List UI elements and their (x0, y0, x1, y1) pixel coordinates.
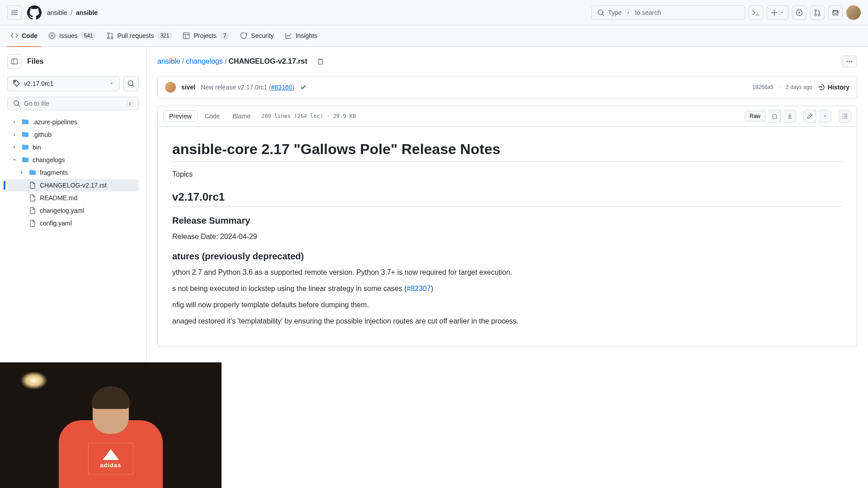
pulls-count-badge: 321 (157, 32, 172, 40)
tree-item-readme-md[interactable]: README.md (7, 192, 139, 204)
file-icon (29, 194, 36, 202)
svg-point-2 (815, 9, 816, 11)
file-content-preview: ansible-core 2.17 "Gallows Pole" Release… (157, 127, 857, 347)
projects-icon (183, 32, 190, 39)
chevron-icon (11, 119, 18, 125)
tree-item-changelog-v2-17-rst[interactable]: CHANGELOG-v2.17.rst (7, 179, 139, 192)
tree-item-label: changelog.yaml (40, 207, 84, 214)
tab-code-view[interactable]: Code (199, 110, 225, 122)
file-filter-input[interactable]: t (7, 97, 139, 110)
download-button[interactable] (783, 110, 796, 122)
file-stats: 289 lines (264 loc) · 29.9 KB (261, 113, 356, 119)
file-filter-field[interactable] (24, 100, 123, 107)
toggle-sidebar-button[interactable] (7, 54, 22, 69)
projects-count-badge: 7 (220, 32, 229, 40)
copy-path-button[interactable] (313, 54, 327, 69)
create-new-button[interactable] (767, 5, 788, 20)
folder-icon (29, 169, 36, 176)
doc-h2-version: v2.17.0rc1 (172, 191, 842, 206)
outline-button[interactable] (839, 110, 851, 122)
tree-item-bin[interactable]: bin (7, 141, 139, 154)
svg-point-13 (847, 61, 848, 62)
tab-preview[interactable]: Preview (163, 110, 198, 122)
file-icon (29, 220, 36, 227)
user-avatar[interactable] (846, 5, 861, 20)
tree-item-label: CHANGELOG-v2.17.rst (40, 182, 107, 189)
chevron-down-icon (780, 10, 784, 15)
doc-bug-link[interactable]: #82307 (407, 285, 431, 292)
check-success-icon[interactable] (300, 84, 307, 91)
chevron-icon (11, 145, 18, 150)
branch-selector[interactable]: v2.17.0rc1 (7, 76, 120, 91)
raw-button[interactable]: Raw (745, 111, 765, 122)
pull-requests-button[interactable] (810, 5, 825, 20)
tab-pulls-label: Pull requests (118, 32, 154, 39)
tree-item--azure-pipelines[interactable]: .azure-pipelines (7, 116, 139, 128)
file-filter-key: t (127, 100, 133, 107)
svg-point-7 (108, 33, 109, 34)
svg-point-4 (818, 14, 820, 16)
webcam-light (20, 371, 47, 389)
tree-search-button[interactable] (123, 76, 139, 91)
file-toolbar: Preview Code Blame 289 lines (264 loc) ·… (157, 106, 857, 127)
tree-item-changelogs[interactable]: changelogs (7, 154, 139, 166)
tree-item-config-yaml[interactable]: config.yaml (7, 217, 139, 230)
file-path-breadcrumb: ansible / changelogs / CHANGELOG-v2.17.r… (157, 54, 327, 69)
chevron-icon (11, 132, 18, 137)
doc-removed-line: ython 2.7 and Python 3.6 as a supported … (172, 267, 842, 278)
svg-rect-11 (12, 59, 18, 64)
search-icon (13, 100, 20, 107)
tab-insights-label: Insights (296, 32, 317, 39)
tab-security[interactable]: Security (236, 25, 278, 47)
commit-message[interactable]: New release v2.17.0rc1 (#83160) (201, 84, 294, 91)
search-key-hint: / (625, 9, 631, 16)
folder-icon (22, 156, 29, 164)
search-placeholder-prefix: Type (608, 9, 622, 16)
chevron-icon (18, 170, 25, 175)
svg-rect-10 (184, 33, 189, 38)
tree-item-label: changelogs (33, 156, 65, 164)
tree-item-changelog-yaml[interactable]: changelog.yaml (7, 204, 139, 217)
hamburger-menu-button[interactable] (7, 5, 22, 20)
owner-link[interactable]: ansible (47, 9, 67, 16)
issues-icon (48, 32, 56, 39)
webcam-shirt-logo: adidas (88, 443, 133, 474)
chevron-icon (11, 157, 18, 163)
tree-item--github[interactable]: .github (7, 128, 139, 141)
repo-link[interactable]: ansible (76, 9, 98, 16)
branch-name: v2.17.0rc1 (24, 80, 53, 87)
tab-issues[interactable]: Issues 541 (45, 25, 99, 47)
plus-icon (771, 9, 778, 16)
tab-code[interactable]: Code (7, 25, 41, 47)
tab-security-label: Security (251, 32, 274, 39)
inbox-button[interactable] (828, 5, 843, 20)
path-folder-link[interactable]: changelogs (186, 57, 223, 66)
commit-sha[interactable]: 18266a5 (752, 84, 774, 90)
search-icon (597, 9, 604, 16)
global-search-input[interactable]: Type / to search (591, 5, 745, 20)
issues-button[interactable] (792, 5, 807, 20)
github-logo-icon[interactable] (27, 5, 42, 20)
tree-item-fragments[interactable]: fragments (7, 166, 139, 179)
edit-button[interactable] (803, 110, 816, 122)
path-root-link[interactable]: ansible (157, 57, 180, 66)
tab-insights[interactable]: Insights (281, 25, 321, 47)
more-options-button[interactable] (842, 56, 857, 67)
tab-pull-requests[interactable]: Pull requests 321 (103, 25, 176, 47)
svg-point-15 (851, 61, 853, 62)
doc-release-date: Release Date: 2024-04-29 (172, 231, 842, 242)
edit-dropdown-button[interactable] (819, 110, 831, 122)
graph-icon (285, 32, 292, 39)
doc-bug-2: nfig will now properly template defaults… (172, 300, 842, 310)
folder-icon (22, 144, 29, 151)
issues-count-badge: 541 (81, 32, 95, 40)
tab-blame[interactable]: Blame (227, 110, 256, 122)
copy-raw-button[interactable] (768, 110, 781, 122)
commit-pr-link[interactable]: #83160 (271, 84, 292, 91)
commit-author-name[interactable]: sivel (181, 84, 195, 91)
tab-projects[interactable]: Projects 7 (179, 25, 233, 47)
tree-item-label: config.yaml (40, 220, 72, 227)
history-button[interactable]: History (818, 84, 849, 91)
commit-author-avatar[interactable] (165, 82, 176, 93)
command-palette-button[interactable] (749, 5, 763, 20)
